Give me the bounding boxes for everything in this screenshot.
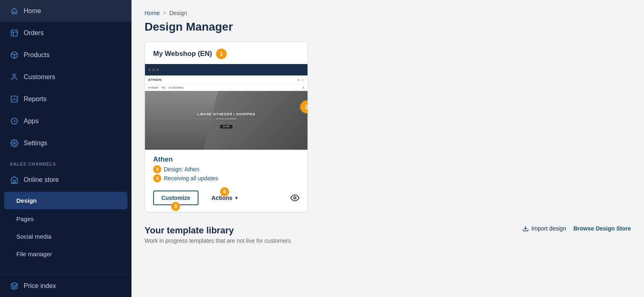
sidebar-item-products[interactable]: Products (0, 44, 131, 66)
sidebar: Home Orders Products Customers (0, 0, 131, 297)
card-info: Athen 3 Design: Athen 4 Receiving all up… (145, 150, 308, 186)
dot1 (148, 69, 151, 71)
preview-sub-nav: NYHEDER TØJ ACCESSORIES ≡ (145, 84, 308, 91)
badge-5: 5 (171, 202, 180, 211)
products-icon (10, 51, 19, 60)
card-header: My Webshop (EN) 1 (145, 42, 308, 64)
breadcrumb: Home > Design (145, 10, 631, 16)
eye-icon (290, 193, 299, 202)
template-library-title: Your template library (145, 225, 291, 236)
import-design-button[interactable]: Import design (522, 225, 566, 232)
template-library-subtitle: Work in progress templates that are not … (145, 237, 291, 244)
webshop-name: My Webshop (EN) (153, 50, 212, 58)
store-icon (10, 175, 19, 184)
customers-icon (10, 73, 19, 82)
preview-nav-right: ⊕ 🛒 (297, 78, 304, 81)
orders-icon (10, 29, 19, 38)
svg-rect-5 (13, 180, 16, 183)
apps-icon (10, 117, 19, 126)
price-index-icon (10, 281, 19, 290)
sidebar-item-price-index[interactable]: Price index (0, 275, 131, 297)
sales-channels-label: SALES CHANNELS (0, 154, 131, 169)
theme-name: Athen (153, 155, 299, 164)
preview-sub-link-2: TØJ (161, 86, 165, 89)
main-content: Home > Design Design Manager My Webshop … (131, 0, 644, 297)
sidebar-sub-item-pages[interactable]: Pages (0, 210, 131, 228)
browse-design-store-button[interactable]: Browse Design Store (573, 225, 631, 232)
svg-point-6 (294, 197, 296, 199)
preview-eye-button[interactable] (290, 193, 299, 202)
preview-hero: LÆKRE NYHEDER I SHOPPEN Se vores nye kol… (145, 91, 308, 150)
preview-sub-right: ≡ (303, 86, 304, 89)
preview-dots (148, 69, 159, 71)
preview-hero-title: LÆKRE NYHEDER I SHOPPEN (197, 112, 255, 116)
chevron-down-icon: ▾ (235, 195, 238, 201)
preview-sub-link-1: NYHEDER (148, 86, 158, 89)
import-icon (522, 225, 529, 232)
sidebar-sub-item-file-manager[interactable]: File manager (0, 245, 131, 263)
preview-navbar (145, 64, 308, 75)
preview-hero-sub: Se vores nye kollektion (197, 117, 255, 120)
preview-nav-bar: ATHEN ⊕ 🛒 (145, 75, 308, 84)
settings-icon (10, 139, 19, 148)
badge-3: 3 (153, 165, 161, 173)
preview-inner: ATHEN ⊕ 🛒 NYHEDER TØJ ACCESSORIES ≡ LÆKR… (145, 64, 308, 150)
sidebar-item-online-store[interactable]: Online store (0, 169, 131, 191)
sidebar-item-settings[interactable]: Settings (0, 132, 131, 154)
dot3 (156, 69, 159, 71)
card-detail-design: 3 Design: Athen (153, 165, 299, 173)
template-library: Your template library Work in progress t… (145, 225, 631, 244)
template-library-text: Your template library Work in progress t… (145, 225, 291, 244)
breadcrumb-current: Design (169, 10, 187, 16)
page-title: Design Manager (145, 20, 631, 33)
svg-point-4 (13, 142, 16, 144)
sidebar-item-customers[interactable]: Customers (0, 66, 131, 88)
sidebar-item-apps[interactable]: Apps (0, 110, 131, 132)
sidebar-item-orders[interactable]: Orders (0, 22, 131, 44)
preview-hero-btn: SE HER (220, 125, 233, 129)
sidebar-sub-item-social-media[interactable]: Social media (0, 228, 131, 245)
template-library-actions: Import design Browse Design Store (522, 225, 631, 232)
badge-4: 4 (153, 174, 161, 182)
home-icon (10, 7, 19, 16)
sidebar-sub-item-design[interactable]: Design (4, 192, 127, 209)
sidebar-item-home[interactable]: Home (0, 0, 131, 22)
card-preview: ATHEN ⊕ 🛒 NYHEDER TØJ ACCESSORIES ≡ LÆKR… (145, 64, 308, 150)
badge-1: 1 (216, 49, 227, 59)
dot2 (152, 69, 155, 71)
design-card: My Webshop (EN) 1 ATHEN ⊕ 🛒 (145, 42, 308, 212)
reports-icon (10, 95, 19, 104)
card-actions: Customize 5 6 Actions ▾ (145, 186, 308, 212)
badge-6: 6 (220, 187, 229, 196)
breadcrumb-home[interactable]: Home (145, 10, 160, 16)
preview-logo: ATHEN (148, 78, 162, 82)
preview-sub-link-3: ACCESSORIES (169, 86, 183, 89)
sidebar-item-reports[interactable]: Reports (0, 88, 131, 110)
card-detail-updates: 4 Receiving all updates (153, 174, 299, 182)
breadcrumb-separator: > (163, 10, 166, 16)
preview-hero-text: LÆKRE NYHEDER I SHOPPEN Se vores nye kol… (197, 112, 255, 129)
svg-rect-0 (11, 30, 18, 36)
svg-point-1 (13, 74, 16, 77)
